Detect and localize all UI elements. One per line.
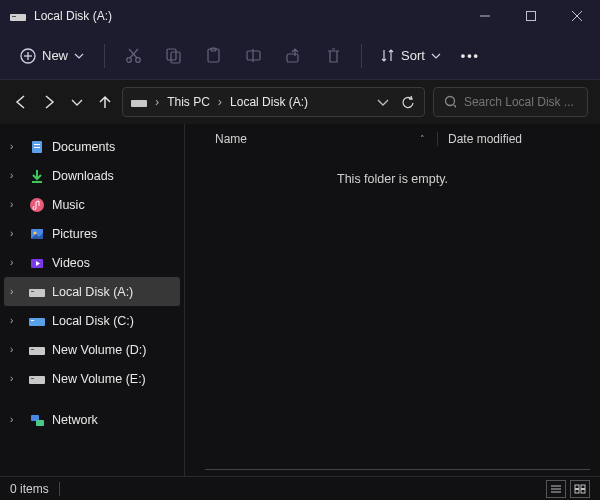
maximize-button[interactable]: [508, 0, 554, 32]
search-icon: [444, 95, 456, 109]
svg-point-10: [135, 58, 140, 63]
cut-button[interactable]: [115, 38, 151, 74]
search-input[interactable]: [464, 95, 577, 109]
sidebar-item-label: Local Disk (C:): [52, 314, 174, 328]
window-title: Local Disk (A:): [34, 9, 462, 23]
chevron-right-icon: ›: [218, 95, 222, 109]
chevron-right-icon: ›: [155, 95, 159, 109]
copy-icon: [165, 47, 182, 64]
svg-line-11: [130, 49, 138, 58]
rename-button[interactable]: [235, 38, 271, 74]
sidebar-item-label: New Volume (D:): [52, 343, 174, 357]
svg-point-9: [126, 58, 131, 63]
disk-icon: [28, 283, 46, 301]
delete-button[interactable]: [315, 38, 351, 74]
thumbnails-view-button[interactable]: [570, 480, 590, 498]
svg-point-27: [30, 198, 44, 212]
svg-rect-38: [31, 378, 34, 379]
chevron-right-icon: ›: [10, 228, 22, 239]
back-button[interactable]: [12, 93, 30, 111]
svg-rect-20: [131, 100, 147, 107]
sidebar-item-new-volume-e[interactable]: › New Volume (E:): [4, 364, 180, 393]
minimize-button[interactable]: [462, 0, 508, 32]
forward-button[interactable]: [40, 93, 58, 111]
pictures-icon: [28, 225, 46, 243]
sidebar-item-label: Videos: [52, 256, 174, 270]
chevron-right-icon: ›: [10, 170, 22, 181]
paste-button[interactable]: [195, 38, 231, 74]
more-button[interactable]: •••: [453, 44, 488, 68]
svg-rect-31: [29, 289, 45, 297]
chevron-right-icon: ›: [10, 315, 22, 326]
svg-rect-47: [581, 489, 585, 493]
address-bar[interactable]: › This PC › Local Disk (A:): [122, 87, 425, 117]
sidebar-item-label: New Volume (E:): [52, 372, 174, 386]
rename-icon: [245, 47, 262, 64]
svg-rect-35: [29, 347, 45, 355]
recent-button[interactable]: [68, 93, 86, 111]
sidebar-item-music[interactable]: › Music: [4, 190, 180, 219]
column-headers: Name ˄ Date modified: [185, 124, 600, 154]
breadcrumb-root[interactable]: This PC: [167, 95, 210, 109]
toolbar: New Sort •••: [0, 32, 600, 80]
svg-rect-3: [527, 12, 536, 21]
videos-icon: [28, 254, 46, 272]
svg-rect-32: [31, 291, 34, 292]
sidebar-item-documents[interactable]: › Documents: [4, 132, 180, 161]
titlebar: Local Disk (A:): [0, 0, 600, 32]
sidebar-item-new-volume-d[interactable]: › New Volume (D:): [4, 335, 180, 364]
column-name[interactable]: Name: [197, 132, 407, 146]
sidebar-item-pictures[interactable]: › Pictures: [4, 219, 180, 248]
music-icon: [28, 196, 46, 214]
new-label: New: [42, 48, 68, 63]
content-area: Name ˄ Date modified This folder is empt…: [185, 124, 600, 476]
disk-icon: [131, 97, 147, 108]
plus-circle-icon: [20, 48, 36, 64]
svg-rect-33: [29, 318, 45, 326]
svg-rect-40: [36, 420, 44, 426]
separator: [361, 44, 362, 68]
svg-line-12: [129, 49, 137, 58]
breadcrumb-current[interactable]: Local Disk (A:): [230, 95, 308, 109]
chevron-right-icon: ›: [10, 257, 22, 268]
details-view-button[interactable]: [546, 480, 566, 498]
svg-rect-36: [31, 349, 34, 350]
svg-line-22: [454, 105, 456, 108]
list-icon: [550, 484, 562, 494]
grid-icon: [574, 484, 586, 494]
refresh-button[interactable]: [401, 95, 416, 110]
search-box[interactable]: [433, 87, 588, 117]
sidebar-item-label: Pictures: [52, 227, 174, 241]
sort-button[interactable]: Sort: [372, 43, 449, 68]
close-button[interactable]: [554, 0, 600, 32]
sidebar-item-local-disk-c[interactable]: › Local Disk (C:): [4, 306, 180, 335]
downloads-icon: [28, 167, 46, 185]
svg-rect-19: [287, 54, 298, 62]
copy-button[interactable]: [155, 38, 191, 74]
sort-label: Sort: [401, 48, 425, 63]
disk-icon: [10, 10, 26, 22]
sidebar-item-downloads[interactable]: › Downloads: [4, 161, 180, 190]
sidebar-item-network[interactable]: › Network: [4, 405, 180, 434]
disk-icon: [28, 341, 46, 359]
share-button[interactable]: [275, 38, 311, 74]
new-button[interactable]: New: [10, 43, 94, 69]
svg-rect-25: [34, 147, 40, 148]
svg-rect-37: [29, 376, 45, 384]
svg-rect-1: [12, 16, 16, 17]
sidebar-item-videos[interactable]: › Videos: [4, 248, 180, 277]
sidebar-item-local-disk-a[interactable]: › Local Disk (A:): [4, 277, 180, 306]
sidebar-item-label: Local Disk (A:): [52, 285, 174, 299]
chevron-right-icon: ›: [10, 373, 22, 384]
documents-icon: [28, 138, 46, 156]
clipboard-icon: [205, 47, 222, 64]
empty-folder-message: This folder is empty.: [185, 172, 600, 186]
svg-rect-34: [31, 320, 34, 321]
sidebar-item-label: Documents: [52, 140, 174, 154]
svg-rect-46: [575, 489, 579, 493]
sidebar-item-label: Music: [52, 198, 174, 212]
up-button[interactable]: [96, 93, 114, 111]
scissors-icon: [125, 47, 142, 64]
column-date-modified[interactable]: Date modified: [437, 132, 588, 146]
address-dropdown[interactable]: [377, 96, 389, 108]
